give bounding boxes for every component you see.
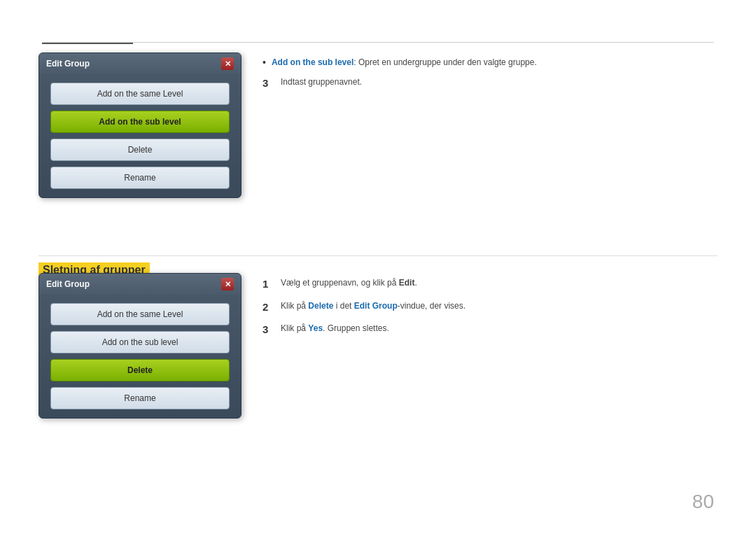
step-text-2: Klik på Delete i det Edit Group-vindue, …	[281, 300, 465, 312]
content-area-1: • Add on the sub level: Opret en undergr…	[262, 52, 718, 198]
step-link-yes: Yes	[308, 323, 323, 333]
delete-btn-2[interactable]: Delete	[50, 359, 230, 381]
step-bold-edit: Edit	[399, 278, 415, 288]
mid-divider-line	[38, 255, 718, 256]
step-num-3a: 3	[262, 76, 274, 92]
dialog-title-bar-2: Edit Group ✕	[39, 274, 241, 295]
section-top: Edit Group ✕ Add on the same Level Add o…	[38, 52, 718, 198]
dialog-close-btn-1[interactable]: ✕	[221, 57, 234, 70]
add-sub-level-btn-1[interactable]: Add on the sub level	[50, 111, 230, 133]
bullet-rest-1: : Opret en undergruppe under den valgte …	[354, 57, 537, 67]
step-link-editgroup: Edit Group	[354, 301, 398, 311]
rename-btn-1[interactable]: Rename	[50, 167, 230, 189]
dialog-body-1: Add on the same Level Add on the sub lev…	[39, 74, 241, 197]
step-num-3b: 3	[262, 322, 274, 338]
dialog-title-text-1: Edit Group	[46, 59, 90, 69]
section-bottom: Edit Group ✕ Add on the same Level Add o…	[38, 273, 718, 419]
step-link-delete: Delete	[308, 301, 333, 311]
step-item-2: 2 Klik på Delete i det Edit Group-vindue…	[262, 300, 718, 316]
step-num-1: 1	[262, 276, 274, 293]
step-text-3b: Klik på Yes. Gruppen slettes.	[281, 322, 389, 335]
dialog-close-btn-2[interactable]: ✕	[221, 278, 234, 290]
step-item-3a: 3 Indtast gruppenavnet.	[262, 76, 718, 92]
bullet-dot-1: •	[262, 55, 266, 70]
dialog-body-2: Add on the same Level Add on the sub lev…	[39, 295, 241, 418]
add-same-level-btn-1[interactable]: Add on the same Level	[50, 83, 230, 105]
edit-group-dialog-1: Edit Group ✕ Add on the same Level Add o…	[38, 52, 241, 198]
delete-btn-1[interactable]: Delete	[50, 139, 230, 161]
content-area-2: 1 Vælg et gruppenavn, og klik på Edit. 2…	[262, 273, 718, 419]
top-divider-line	[42, 42, 714, 43]
bullet-link-1: Add on the sub level	[272, 57, 354, 67]
step-item-3b: 3 Klik på Yes. Gruppen slettes.	[262, 322, 718, 338]
add-same-level-btn-2[interactable]: Add on the same Level	[50, 303, 230, 325]
step-text-1: Vælg et gruppenavn, og klik på Edit.	[281, 276, 417, 289]
add-sub-level-btn-2[interactable]: Add on the sub level	[50, 331, 230, 353]
edit-group-dialog-2: Edit Group ✕ Add on the same Level Add o…	[38, 273, 241, 419]
bullet-item-1: • Add on the sub level: Opret en undergr…	[262, 56, 718, 70]
dialog-title-bar-1: Edit Group ✕	[39, 53, 241, 74]
dialog-title-text-2: Edit Group	[46, 279, 90, 289]
step-item-1: 1 Vælg et gruppenavn, og klik på Edit.	[262, 276, 718, 293]
step-text-3a: Indtast gruppenavnet.	[281, 76, 362, 88]
rename-btn-2[interactable]: Rename	[50, 387, 230, 409]
bullet-text-1: Add on the sub level: Opret en undergrup…	[272, 56, 537, 69]
page-number: 80	[692, 491, 714, 513]
step-num-2: 2	[262, 300, 274, 316]
